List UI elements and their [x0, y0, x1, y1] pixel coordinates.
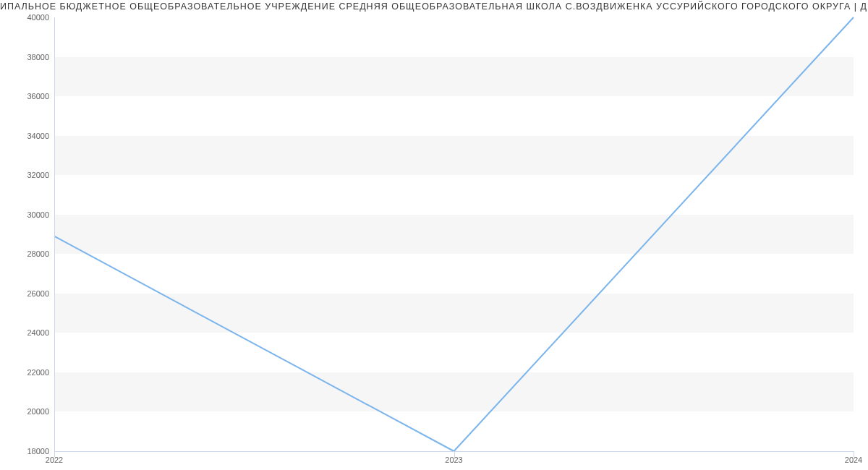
y-tick-label: 22000: [27, 368, 49, 377]
chart-container: ИПАЛЬНОЕ БЮДЖЕТНОЕ ОБЩЕОБРАЗОВАТЕЛЬНОЕ У…: [0, 0, 868, 470]
y-tick-label: 28000: [27, 249, 49, 258]
y-tick-label: 30000: [27, 210, 49, 219]
line-series: [54, 17, 854, 451]
x-tick-mark: [854, 451, 854, 457]
y-tick-label: 24000: [27, 328, 49, 337]
x-tick-mark: [54, 451, 55, 457]
y-tick-label: 32000: [27, 171, 49, 179]
y-tick-label: 18000: [27, 447, 49, 456]
y-tick-label: 20000: [27, 407, 49, 416]
plot-area: [54, 17, 854, 451]
y-tick-label: 34000: [27, 132, 49, 140]
y-axis-line: [54, 17, 55, 451]
x-tick-mark: [454, 451, 455, 457]
y-tick-label: 26000: [27, 289, 49, 298]
y-tick-label: 40000: [27, 13, 49, 22]
y-tick-label: 36000: [27, 92, 49, 101]
y-tick-label: 38000: [27, 53, 49, 61]
chart-title: ИПАЛЬНОЕ БЮДЖЕТНОЕ ОБЩЕОБРАЗОВАТЕЛЬНОЕ У…: [0, 1, 868, 12]
